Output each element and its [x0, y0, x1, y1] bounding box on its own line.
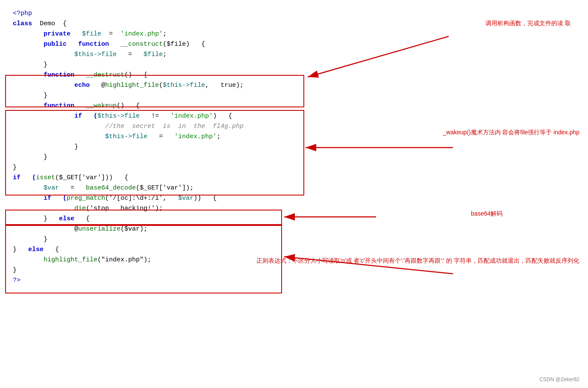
code-line-l4: public function __construct($file) { — [13, 39, 363, 50]
annotation-regex: 正则表达式：不区分大小写读取'o'或 者'c'开头中间有个':'再跟数字再跟':… — [256, 257, 579, 265]
code-line-l14: } — [13, 142, 363, 152]
code-line-l11: if ($this->file != 'index.php') { — [13, 111, 363, 121]
code-line-l12: //the secret is in the fl4g.php — [13, 121, 363, 132]
code-line-l8: echo @highlight_file($this->file, true); — [13, 80, 363, 91]
code-line-l9: } — [13, 91, 363, 101]
annotation-wakeup: _wakeup()魔术方法内 容会将file强行等于 index.php — [443, 128, 579, 137]
code-line-l1: <?php — [13, 9, 363, 19]
code-line-l3: private $file = 'index.php'; — [13, 29, 363, 39]
code-line-l26: } — [13, 265, 363, 275]
code-line-l2: class Demo { — [13, 19, 363, 29]
code-line-l18: $var = base64_decode($_GET['var']); — [13, 183, 363, 193]
code-line-l5: $this->file = $file; — [13, 50, 363, 60]
code-line-l17: if (isset($_GET['var'])) { — [13, 173, 363, 183]
code-line-l24: } else { — [13, 245, 363, 255]
code-line-l27: ?> — [13, 275, 363, 286]
annotation-destruct: 调用析构函数，完成文件的读 取 — [485, 19, 571, 28]
code-line-l13: $this->file = 'index.php'; — [13, 132, 363, 142]
code-line-l19: if (preg_match('/[oc]:\d+:/i', $var)) { — [13, 193, 363, 204]
code-line-l10: function __wakeup() { — [13, 101, 363, 111]
annotation-base64: base64解码 — [471, 210, 503, 218]
code-line-l22: @unserialize($var); — [13, 224, 363, 234]
code-line-l21: } else { — [13, 214, 363, 224]
code-line-l23: } — [13, 234, 363, 245]
code-line-l15: } — [13, 152, 363, 163]
code-line-l6: } — [13, 60, 363, 70]
code-line-l16: } — [13, 163, 363, 173]
code-area: <?phpclass Demo { private $file = 'index… — [13, 9, 363, 286]
code-line-l7: function __destruct() { — [13, 70, 363, 80]
code-line-l20: die('stop hacking!'); — [13, 204, 363, 214]
watermark: CSDN @Zeker62 — [539, 376, 579, 384]
